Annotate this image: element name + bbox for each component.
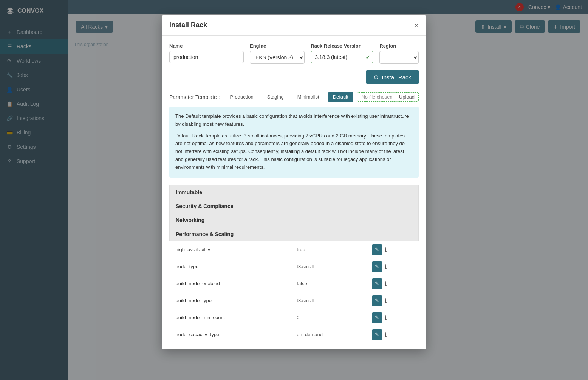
- section-networking-label: Networking: [170, 213, 419, 227]
- param-name-node-capacity-type: node_capacity_type: [170, 326, 291, 343]
- info-icon-build-node-type[interactable]: ℹ: [385, 298, 387, 304]
- upload-area: No file chosen Upload: [357, 92, 419, 102]
- param-actions-build-node-enabled: ✎ ℹ: [372, 278, 413, 289]
- edit-btn-high-availability[interactable]: ✎: [372, 244, 382, 255]
- param-name-high-availability: high_availability: [170, 241, 291, 258]
- version-label: Rack Release Version: [311, 43, 373, 49]
- section-immutable[interactable]: Immutable: [170, 185, 419, 199]
- param-value-build-node-min-count: 0: [291, 309, 365, 326]
- install-plus-icon: ⊕: [374, 74, 379, 80]
- install-btn-wrapper: ⊕ Install Rack: [169, 70, 419, 84]
- edit-btn-build-node-type[interactable]: ✎: [372, 295, 382, 306]
- param-name-build-node-min-count: build_node_min_count: [170, 309, 291, 326]
- param-actions-node-capacity-type: ✎ ℹ: [372, 329, 413, 340]
- parameter-template-label: Parameter Template :: [169, 94, 220, 100]
- region-group: Region: [379, 43, 419, 64]
- info-text-2: Default Rack Templates utilize t3.small …: [175, 132, 413, 171]
- param-row-build-node-type: build_node_type t3.small ✎ ℹ: [170, 292, 419, 309]
- no-file-text: No file chosen: [361, 94, 392, 100]
- version-check-icon: ✓: [365, 54, 370, 61]
- parameters-table: Immutable Security & Compliance Networki…: [169, 185, 419, 343]
- upload-button[interactable]: Upload: [396, 94, 415, 100]
- template-info-box: The Default template provides a basic co…: [169, 107, 419, 178]
- edit-btn-build-node-min-count[interactable]: ✎: [372, 312, 382, 323]
- section-performance[interactable]: Performance & Scaling: [170, 227, 419, 241]
- param-value-build-node-enabled: false: [291, 275, 365, 292]
- param-value-node-capacity-type: on_demand: [291, 326, 365, 343]
- name-label: Name: [169, 43, 244, 49]
- info-text-1: The Default template provides a basic co…: [175, 113, 413, 128]
- param-name-build-node-type: build_node_type: [170, 292, 291, 309]
- template-btn-production[interactable]: Production: [225, 92, 258, 102]
- section-immutable-label: Immutable: [170, 185, 419, 199]
- template-btn-default[interactable]: Default: [328, 92, 353, 102]
- info-icon-high-availability[interactable]: ℹ: [385, 247, 387, 253]
- modal-close-button[interactable]: ×: [414, 22, 419, 29]
- section-performance-label: Performance & Scaling: [170, 227, 419, 241]
- parameter-template-row: Parameter Template : Production Staging …: [169, 92, 419, 102]
- param-value-node-type: t3.small: [291, 258, 365, 275]
- param-row-high-availability: high_availability true ✎ ℹ: [170, 241, 419, 258]
- section-security-label: Security & Compliance: [170, 199, 419, 213]
- info-icon-node-capacity-type[interactable]: ℹ: [385, 332, 387, 338]
- param-row-node-capacity-type: node_capacity_type on_demand ✎ ℹ: [170, 326, 419, 343]
- section-networking[interactable]: Networking: [170, 213, 419, 227]
- modal-title: Install Rack: [169, 21, 207, 29]
- region-label: Region: [379, 43, 419, 49]
- modal-header: Install Rack ×: [162, 15, 426, 36]
- param-actions-build-node-min-count: ✎ ℹ: [372, 312, 413, 323]
- param-value-high-availability: true: [291, 241, 365, 258]
- region-select[interactable]: [379, 51, 419, 64]
- name-group: Name: [169, 43, 244, 64]
- edit-btn-build-node-enabled[interactable]: ✎: [372, 278, 382, 289]
- engine-group: Engine EKS (Version 3) ECS (Version 2): [250, 43, 305, 64]
- info-icon-build-node-enabled[interactable]: ℹ: [385, 281, 387, 287]
- template-btn-minimalist[interactable]: Minimalist: [292, 92, 324, 102]
- param-row-build-node-enabled: build_node_enabled false ✎ ℹ: [170, 275, 419, 292]
- param-actions-high-availability: ✎ ℹ: [372, 244, 413, 255]
- install-rack-submit-button[interactable]: ⊕ Install Rack: [366, 70, 419, 84]
- engine-select[interactable]: EKS (Version 3) ECS (Version 2): [250, 51, 305, 64]
- version-input[interactable]: [311, 51, 373, 63]
- edit-btn-node-capacity-type[interactable]: ✎: [372, 329, 382, 340]
- name-input[interactable]: [169, 51, 244, 63]
- template-btn-staging[interactable]: Staging: [262, 92, 289, 102]
- form-fields-row: Name Engine EKS (Version 3) ECS (Version…: [169, 43, 419, 64]
- modal-body: Name Engine EKS (Version 3) ECS (Version…: [162, 36, 426, 349]
- param-actions-node-type: ✎ ℹ: [372, 261, 413, 272]
- param-value-build-node-type: t3.small: [291, 292, 365, 309]
- param-row-node-type: node_type t3.small ✎ ℹ: [170, 258, 419, 275]
- modal-overlay[interactable]: Install Rack × Name Engine EKS (Version …: [0, 0, 588, 380]
- engine-label: Engine: [250, 43, 305, 49]
- install-rack-modal: Install Rack × Name Engine EKS (Version …: [162, 15, 426, 349]
- param-row-build-node-min-count: build_node_min_count 0 ✎ ℹ: [170, 309, 419, 326]
- version-input-wrap: ✓: [311, 51, 373, 63]
- version-group: Rack Release Version ✓: [311, 43, 373, 64]
- param-name-build-node-enabled: build_node_enabled: [170, 275, 291, 292]
- param-name-node-type: node_type: [170, 258, 291, 275]
- edit-btn-node-type[interactable]: ✎: [372, 261, 382, 272]
- info-icon-node-type[interactable]: ℹ: [385, 264, 387, 270]
- param-actions-build-node-type: ✎ ℹ: [372, 295, 413, 306]
- section-security[interactable]: Security & Compliance: [170, 199, 419, 213]
- info-icon-build-node-min-count[interactable]: ℹ: [385, 315, 387, 321]
- install-rack-btn-label: Install Rack: [382, 74, 411, 80]
